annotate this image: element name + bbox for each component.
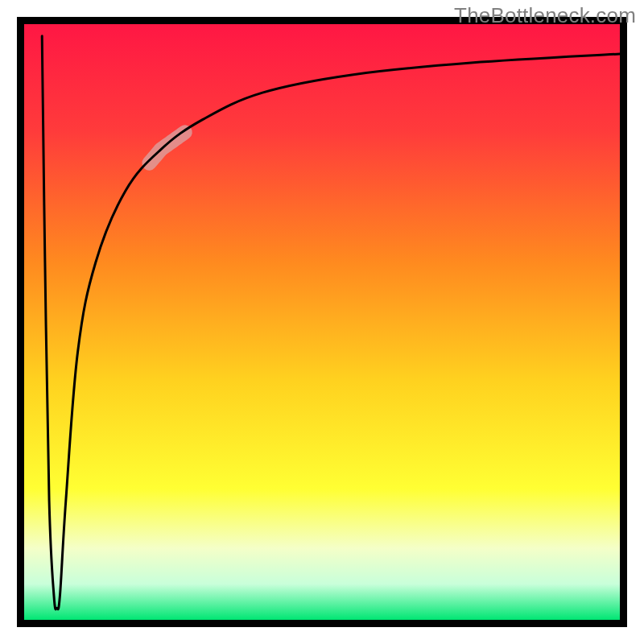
plot-background: [24, 24, 620, 620]
chart-container: TheBottleneck.com: [0, 0, 644, 644]
watermark-text: TheBottleneck.com: [454, 3, 636, 28]
bottleneck-chart: [0, 0, 644, 644]
